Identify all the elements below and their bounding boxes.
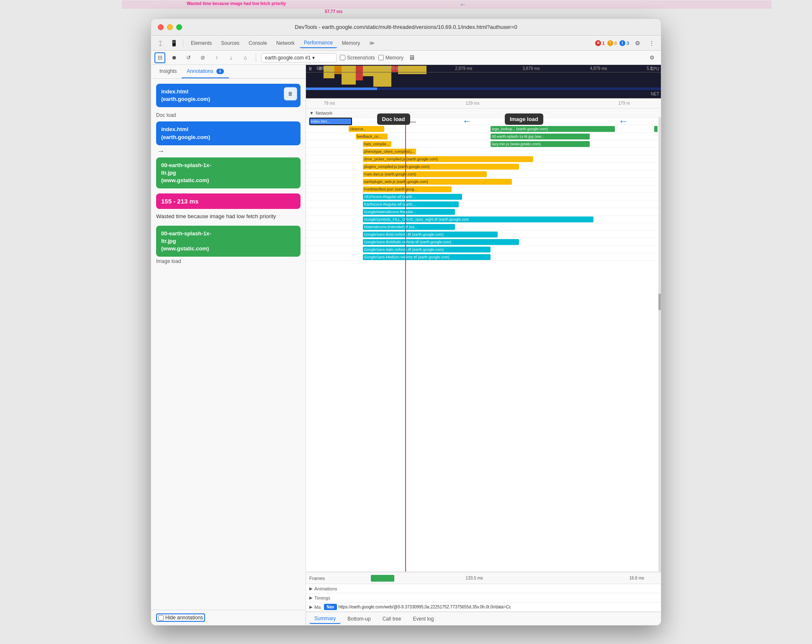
bottom-tabs: Summary Bottom-up Call tree Event log xyxy=(306,612,661,625)
time-mark-6: 5,8 xyxy=(647,66,653,71)
time-mark-2: 1,879 ms xyxy=(384,66,401,71)
traffic-lights xyxy=(158,24,182,30)
memory-checkbox[interactable]: Memory xyxy=(378,55,403,61)
ruler-mark-1: 79 ms xyxy=(324,101,335,106)
capture-icon[interactable]: 🖥 xyxy=(409,54,415,62)
annotation-card-timing[interactable]: 155 - 213 ms xyxy=(156,193,301,209)
nav-url: https://earth.google.com/web/@0-9.373309… xyxy=(339,605,511,609)
delete-button[interactable]: 🗑 xyxy=(284,87,297,100)
frame-green-bar xyxy=(371,575,394,582)
titlebar: DevTools - earth.google.com/static/multi… xyxy=(151,19,661,36)
annotation-card-splash-1[interactable]: 00-earth-splash-1x-ltr.jpg(www.gstatic.c… xyxy=(156,157,301,189)
info-icon: i xyxy=(619,40,625,46)
hide-annotations-border: Hide annotations xyxy=(156,613,205,622)
table-row: phenotype_client_compiled.j... xyxy=(306,148,661,155)
doc-load-label: Doc load xyxy=(156,112,301,118)
net-bar-phenotype: phenotype_client_compiled.j... xyxy=(363,149,416,155)
net-bar-maindart: main.dart.js (earth.google.com) xyxy=(363,171,487,177)
selector-icon[interactable]: ⌶ xyxy=(154,37,166,49)
tab-call-tree[interactable]: Call tree xyxy=(378,614,406,623)
table-row: GoogleSans-BoldItalic.nohints.ttf (earth… xyxy=(306,238,661,246)
perf-settings-button[interactable]: ⚙ xyxy=(647,52,658,63)
net-bar-drive-picker: drive_picker_compiled.js (earth.google.c… xyxy=(363,156,533,162)
sidebar-toggle-button[interactable]: ⊟ xyxy=(154,52,165,63)
url-selector[interactable]: earth.google.com #1 ▾ xyxy=(261,53,337,62)
pause-button-1[interactable]: ⏸ xyxy=(308,66,313,72)
tab-annotations[interactable]: Annotations 4 xyxy=(182,65,229,78)
table-row: plugins_compiled.js (earth.google.com) xyxy=(306,163,661,170)
annotation-card-indexhtml-2[interactable]: index.html(earth.google.com) xyxy=(156,121,301,145)
frames-bar xyxy=(356,575,648,582)
window-title: DevTools - earth.google.com/static/multi… xyxy=(295,24,517,30)
tab-bottom-up[interactable]: Bottom-up xyxy=(342,614,375,623)
home-button[interactable]: ⌂ xyxy=(240,52,251,63)
tab-console[interactable]: Console xyxy=(244,39,271,48)
more-icon[interactable]: ⋮ xyxy=(646,37,658,49)
tab-memory[interactable]: Memory xyxy=(338,39,364,48)
tab-more[interactable]: ≫ xyxy=(365,39,379,48)
annotation-card-splash-2[interactable]: 00-earth-splash-1x-ltr.jpg(www.gstatic.c… xyxy=(156,226,301,257)
annotation-card-indexhtml-1[interactable]: index.html(earth.google.com) xyxy=(156,84,301,107)
scroll-thumb[interactable] xyxy=(658,294,661,310)
device-icon[interactable]: 📱 xyxy=(168,37,180,49)
triangle-right-icon: ▶ xyxy=(309,586,313,591)
tab-elements[interactable]: Elements xyxy=(187,39,216,48)
net-bar-googlesymbols: GoogleSymbols_FILL_GRAD_opsz_wght.ttf (e… xyxy=(363,216,594,222)
net-bar-splash: 00-earth-splash-1x-ltr.jpg (ww... xyxy=(491,134,590,139)
net-bar-logo: logo_lookup... (earth.google.com) xyxy=(491,126,615,132)
network-section[interactable]: ▼ Network index.htm... xyxy=(306,108,661,572)
wasted-time-text: Wasted time because image had low fetch … xyxy=(156,212,301,221)
time-ruler: 79 ms 129 ms 179 m xyxy=(306,98,661,108)
perf-toolbar: ⊟ ⏺ ↺ ⊘ ↑ ↓ ⌂ earth.google.com #1 ▾ Scre… xyxy=(151,51,661,65)
close-button[interactable] xyxy=(158,24,164,30)
table-row: GoogleSymbols_FILL_GRAD_opsz_wght.ttf (e… xyxy=(306,216,661,223)
triangle-right-icon-3: ▶ xyxy=(309,605,313,609)
memory-check[interactable] xyxy=(378,55,384,60)
upload-button[interactable]: ↑ xyxy=(211,52,222,63)
net-bar-feedback: feedback_co... xyxy=(356,134,388,139)
warning-badge: ! 8 xyxy=(607,40,617,46)
net-bar-googlesans-bold: GoogleSans-Bold.nohints.ttf (earth.googl… xyxy=(363,232,498,237)
index-box-outline xyxy=(309,118,352,125)
table-row: earthplugin_web.js (earth.google.com) xyxy=(306,178,661,185)
scroll-indicator[interactable] xyxy=(658,108,661,572)
net-bar-googlesans-italic: GoogleSans-Italic.nohints.ttf (earth.goo… xyxy=(363,247,491,252)
panel-tabs: Insights Annotations 4 xyxy=(151,65,306,79)
tab-insights[interactable]: Insights xyxy=(154,65,182,78)
overview-bar[interactable]: CPU NET 879 ms xyxy=(306,65,661,98)
net-bar-fontmanifest: FontManifest.json (earth.goog... xyxy=(363,186,452,192)
net-bar-earthplugin: earthplugin_web.js (earth.google.com) xyxy=(363,179,512,185)
tab-network[interactable]: Network xyxy=(272,39,299,48)
tab-sources[interactable]: Sources xyxy=(217,39,244,48)
devtools-window: DevTools - earth.google.com/static/multi… xyxy=(151,18,661,626)
time-mark-5: 4,879 ms xyxy=(590,66,607,71)
download-button[interactable]: ↓ xyxy=(226,52,236,63)
maximize-button[interactable] xyxy=(176,24,182,30)
devtools-body: Insights Annotations 4 index.html(earth.… xyxy=(151,65,661,625)
net-bar-allpicons: All1PIcons-Regular.otf (earth.... xyxy=(363,194,462,200)
ruler-mark-2: 129 ms xyxy=(466,101,480,106)
annotation-count: 4 xyxy=(216,69,224,74)
tab-performance[interactable]: Performance xyxy=(300,38,337,48)
hide-annotations-row[interactable]: Hide annotations xyxy=(151,610,306,625)
main-toolbar: ⌶ 📱 Elements Sources Console Network Per… xyxy=(151,36,661,51)
triangle-icon: ▼ xyxy=(309,111,314,116)
settings-icon[interactable]: ⚙ xyxy=(632,37,643,49)
pause-button-2[interactable]: ⏸ xyxy=(318,66,323,72)
record-button[interactable]: ⏺ xyxy=(169,52,180,63)
table-row: GoogleSans-Bold.nohints.ttf (earth.googl… xyxy=(306,231,661,238)
image-load-arrow: ← xyxy=(618,115,628,127)
tab-event-log[interactable]: Event log xyxy=(408,614,439,623)
table-row: feedback_co... 00-earth-splash-1x-ltr.jp… xyxy=(306,133,661,140)
frames-time: 133.5 ms xyxy=(466,576,483,580)
screenshots-check[interactable] xyxy=(340,55,345,60)
toolbar-tabs: Elements Sources Console Network Perform… xyxy=(187,38,379,48)
clear-button[interactable]: ⊘ xyxy=(197,52,208,63)
tab-summary[interactable]: Summary xyxy=(309,614,341,624)
minimize-button[interactable] xyxy=(167,24,173,30)
screenshots-checkbox[interactable]: Screenshots xyxy=(340,55,375,61)
table-row: drive_picker_compiled.js (earth.google.c… xyxy=(306,155,661,163)
reload-record-button[interactable]: ↺ xyxy=(183,52,194,63)
table-row: main.dart.js (earth.google.com) xyxy=(306,170,661,178)
hide-annotations-checkbox[interactable] xyxy=(158,615,164,621)
